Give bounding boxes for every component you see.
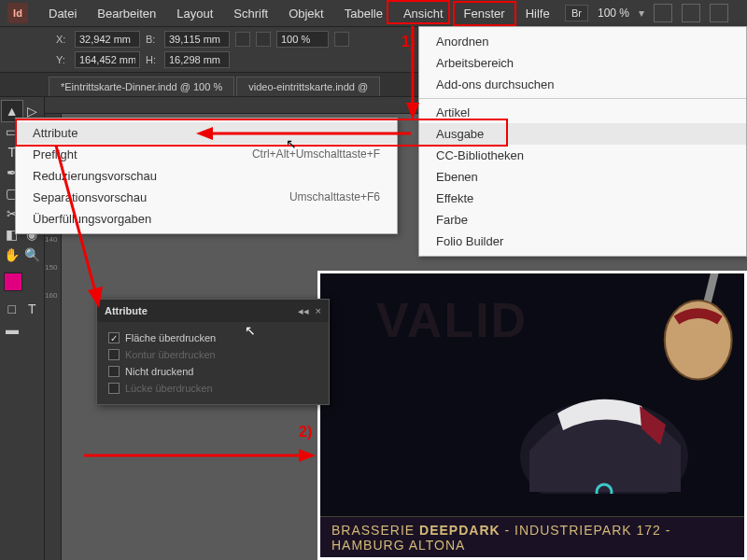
checkbox-icon[interactable] [108,332,120,343]
preview-footer: BRASSERIE DEEPDARK - INDUSTRIEPARK 172 -… [320,516,744,557]
chk-luecke: Lücke überdrucken [108,380,317,397]
panel-collapse-icon[interactable]: ◂◂ [298,305,309,316]
chk-nicht-druckend[interactable]: Nicht druckend [108,363,317,380]
preview-valid-text: VALID [376,292,528,348]
annotation-label-1: 1) [402,34,415,50]
svg-line-4 [56,146,96,295]
link-icon[interactable] [235,32,250,47]
label-y: Y: [56,54,69,65]
checkbox-icon [108,383,120,394]
svg-marker-3 [406,103,419,119]
menu-schrift[interactable]: Schrift [224,3,277,24]
checkbox-icon[interactable] [108,366,120,377]
menu-addons[interactable]: Add-ons durchsuchen [419,74,746,95]
annotation-box-attribute [15,119,508,147]
cursor-icon: ↖ [245,323,256,338]
attribute-panel-header[interactable]: Attribute ◂◂ × [97,300,329,322]
svg-marker-5 [88,287,103,308]
menu-anordnen[interactable]: Anordnen [419,31,746,52]
zoom-level[interactable]: 100 % [598,7,629,20]
label-x: X: [56,34,69,45]
label-w: B: [146,34,159,45]
view-icon-1[interactable] [654,4,672,22]
attribute-panel: Attribute ◂◂ × Fläche überdrucken Kontur… [96,299,330,405]
menu-layout[interactable]: Layout [167,3,222,24]
menu-datei[interactable]: Datei [39,3,86,24]
menu-farbe[interactable]: Farbe [419,209,746,231]
input-scale[interactable] [276,31,329,48]
annotation-box-fenster [387,0,450,24]
svg-marker-7 [299,449,316,462]
tool-screen[interactable]: ▬ [2,319,22,340]
menu-tabelle[interactable]: Tabelle [335,3,392,24]
preview-footer-text: BRASSERIE DEEPDARK - INDUSTRIEPARK 172 -… [331,523,733,553]
zoom-chevron-icon[interactable]: ▾ [639,7,644,20]
rotate-icon[interactable] [334,32,349,47]
view-icon-3[interactable] [710,4,728,22]
menu-ebenen[interactable]: Ebenen [419,166,746,188]
checkbox-icon [108,349,120,360]
menu-cc-bibliotheken[interactable]: CC-Bibliotheken [419,145,746,166]
input-w[interactable] [164,31,230,48]
menubar: Id Datei Bearbeiten Layout Schrift Objek… [0,0,747,26]
arrow-2 [84,446,317,469]
panel-close-icon[interactable]: × [316,305,321,316]
menubar-right: Br 100 % ▾ [565,4,747,22]
tab-2[interactable]: video-eintrittskarte.indd @ [236,77,380,96]
chk-flaeche[interactable]: Fläche überdrucken [108,329,317,346]
scale-icon[interactable] [256,32,271,47]
tool-hand[interactable]: ✋ [2,245,22,265]
attribute-panel-body: Fläche überdrucken Kontur überdrucken Ni… [97,322,329,404]
menu-bearbeiten[interactable]: Bearbeiten [88,3,165,24]
tool-mode-1[interactable]: □ [2,299,22,319]
menu-effekte[interactable]: Effekte [419,188,746,209]
bridge-badge[interactable]: Br [565,5,588,21]
helmet-graphic [501,372,688,494]
annotation-label-2: 2) [299,424,312,441]
app-icon: Id [7,3,28,23]
input-h[interactable] [164,51,230,68]
menu-folio[interactable]: Folio Builder [419,231,746,252]
attribute-panel-title: Attribute [105,305,148,316]
input-y[interactable] [75,51,140,68]
document-preview: VALID BRASSERIE DEEPDARK - INDUSTRIEPARK… [317,271,747,560]
menu-objekt[interactable]: Objekt [279,3,333,24]
label-h: H: [146,54,159,65]
menu-hilfe[interactable]: Hilfe [516,3,559,24]
swatch-area [2,271,42,293]
chk-kontur: Kontur überdrucken [108,346,317,363]
fill-swatch[interactable] [4,273,22,291]
menu-arbeitsbereich[interactable]: Arbeitsbereich [419,52,746,74]
tab-1[interactable]: *Eintrittskarte-Dinner.indd @ 100 % [49,77,234,96]
menu-separator [419,98,746,99]
cork-graphic [656,271,747,387]
arrow-to-panel [39,146,105,314]
menu-fenster[interactable]: Fenster [455,3,514,24]
cursor-icon: ↖ [286,136,297,151]
input-x[interactable] [75,31,140,48]
view-icon-2[interactable] [682,4,700,22]
